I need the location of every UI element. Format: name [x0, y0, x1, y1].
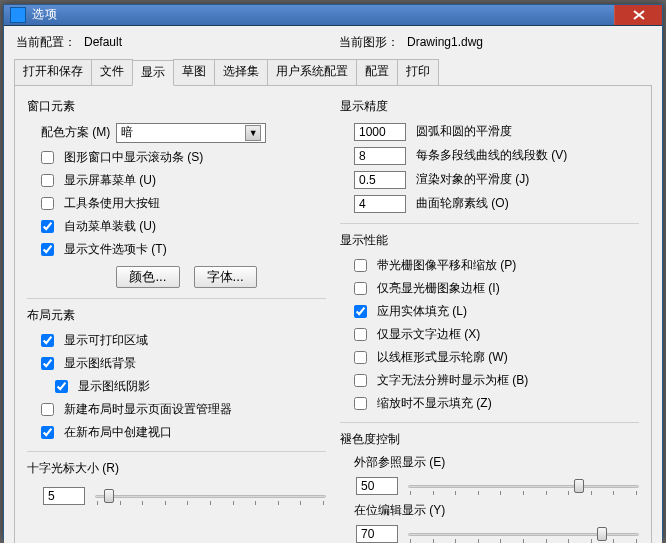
cb-printable-area-label: 显示可打印区域 — [64, 332, 148, 349]
right-column: 显示精度 圆弧和圆的平滑度 每条多段线曲线的线段数 (V) 渲染对象的平滑度 (… — [340, 96, 639, 544]
cb-page-setup-new-layout-label: 新建布局时显示页面设置管理器 — [64, 401, 232, 418]
close-button[interactable] — [614, 5, 662, 25]
color-scheme-select[interactable]: 暗 ▼ — [116, 123, 266, 143]
fonts-button[interactable]: 字体... — [194, 266, 257, 288]
cb-large-buttons-label: 工具条使用大按钮 — [64, 195, 160, 212]
cb-text-as-box[interactable] — [354, 374, 367, 387]
polyline-segments-input[interactable] — [354, 147, 406, 165]
contour-lines-label: 曲面轮廓素线 (O) — [416, 195, 639, 212]
cb-autoload-menu[interactable] — [41, 220, 54, 233]
cb-printable-area[interactable] — [41, 334, 54, 347]
polyline-segments-label: 每条多段线曲线的线段数 (V) — [416, 147, 639, 164]
tab-display[interactable]: 显示 — [132, 60, 174, 86]
close-icon — [633, 10, 645, 20]
tab-files[interactable]: 文件 — [91, 59, 133, 85]
cb-text-boundary-only[interactable] — [354, 328, 367, 341]
header-row: 当前配置： Default 当前图形： Drawing1.dwg — [16, 34, 652, 51]
cb-no-fill-on-zoom-label: 缩放时不显示填充 (Z) — [377, 395, 492, 412]
app-icon — [10, 7, 26, 23]
window-title: 选项 — [32, 6, 58, 23]
cb-paper-shadow[interactable] — [55, 380, 68, 393]
options-dialog: 选项 当前配置： Default 当前图形： Drawing1.dwg 打开和保… — [3, 4, 663, 540]
cb-paper-shadow-label: 显示图纸阴影 — [78, 378, 150, 395]
cb-text-as-box-label: 文字无法分辨时显示为框 (B) — [377, 372, 528, 389]
cb-create-viewport-label: 在新布局中创建视口 — [64, 424, 172, 441]
xref-display-label: 外部参照显示 (E) — [354, 454, 639, 471]
arc-smoothness-label: 圆弧和圆的平滑度 — [416, 123, 639, 140]
cb-text-boundary-only-label: 仅显示文字边框 (X) — [377, 326, 480, 343]
cb-no-fill-on-zoom[interactable] — [354, 397, 367, 410]
cb-large-buttons[interactable] — [41, 197, 54, 210]
inplace-edit-slider[interactable] — [408, 525, 639, 543]
left-column: 窗口元素 配色方案 (M) 暗 ▼ 图形窗口中显示滚动条 (S) 显示屏幕菜单 … — [27, 96, 326, 544]
render-smoothness-label: 渲染对象的平滑度 (J) — [416, 171, 639, 188]
contour-lines-input[interactable] — [354, 195, 406, 213]
tab-open-save[interactable]: 打开和保存 — [14, 59, 92, 85]
color-scheme-label: 配色方案 (M) — [41, 124, 110, 141]
cb-highlight-raster-frame-label: 仅亮显光栅图象边框 (I) — [377, 280, 500, 297]
xref-display-input[interactable] — [356, 477, 398, 495]
cb-raster-pan-zoom[interactable] — [354, 259, 367, 272]
cb-screen-menu[interactable] — [41, 174, 54, 187]
xref-display-slider[interactable] — [408, 477, 639, 495]
arc-smoothness-input[interactable] — [354, 123, 406, 141]
current-drawing-value: Drawing1.dwg — [407, 35, 567, 49]
cb-page-setup-new-layout[interactable] — [41, 403, 54, 416]
render-smoothness-input[interactable] — [354, 171, 406, 189]
tab-bar: 打开和保存 文件 显示 草图 选择集 用户系统配置 配置 打印 — [14, 59, 652, 86]
section-display-resolution: 显示精度 — [340, 98, 639, 115]
tab-user-prefs[interactable]: 用户系统配置 — [267, 59, 357, 85]
section-layout-elements: 布局元素 — [27, 307, 326, 324]
cb-file-tabs-label: 显示文件选项卡 (T) — [64, 241, 167, 258]
crosshair-size-slider[interactable] — [95, 487, 326, 505]
cb-apply-solid-fill-label: 应用实体填充 (L) — [377, 303, 467, 320]
titlebar: 选项 — [4, 5, 662, 26]
inplace-edit-input[interactable] — [356, 525, 398, 543]
tab-plot[interactable]: 打印 — [397, 59, 439, 85]
cb-autoload-menu-label: 自动菜单装载 (U) — [64, 218, 156, 235]
cb-screen-menu-label: 显示屏幕菜单 (U) — [64, 172, 156, 189]
current-drawing-label: 当前图形： — [339, 34, 399, 51]
section-crosshair: 十字光标大小 (R) — [27, 460, 326, 477]
current-config-label: 当前配置： — [16, 34, 76, 51]
cb-create-viewport[interactable] — [41, 426, 54, 439]
crosshair-size-input[interactable] — [43, 487, 85, 505]
tab-selection[interactable]: 选择集 — [214, 59, 268, 85]
cb-display-scrollbars-label: 图形窗口中显示滚动条 (S) — [64, 149, 203, 166]
cb-file-tabs[interactable] — [41, 243, 54, 256]
section-fade-control: 褪色度控制 — [340, 431, 639, 448]
tab-drafting[interactable]: 草图 — [173, 59, 215, 85]
inplace-edit-label: 在位编辑显示 (Y) — [354, 502, 639, 519]
cb-paper-background-label: 显示图纸背景 — [64, 355, 136, 372]
cb-wireframe-silhouette-label: 以线框形式显示轮廓 (W) — [377, 349, 508, 366]
cb-apply-solid-fill[interactable] — [354, 305, 367, 318]
section-display-performance: 显示性能 — [340, 232, 639, 249]
cb-wireframe-silhouette[interactable] — [354, 351, 367, 364]
cb-raster-pan-zoom-label: 带光栅图像平移和缩放 (P) — [377, 257, 516, 274]
cb-display-scrollbars[interactable] — [41, 151, 54, 164]
cb-paper-background[interactable] — [41, 357, 54, 370]
color-scheme-value: 暗 — [121, 124, 133, 141]
current-config-value: Default — [84, 35, 244, 49]
tab-profiles[interactable]: 配置 — [356, 59, 398, 85]
cb-highlight-raster-frame[interactable] — [354, 282, 367, 295]
chevron-down-icon: ▼ — [245, 125, 261, 141]
colors-button[interactable]: 颜色... — [116, 266, 179, 288]
section-window-elements: 窗口元素 — [27, 98, 326, 115]
